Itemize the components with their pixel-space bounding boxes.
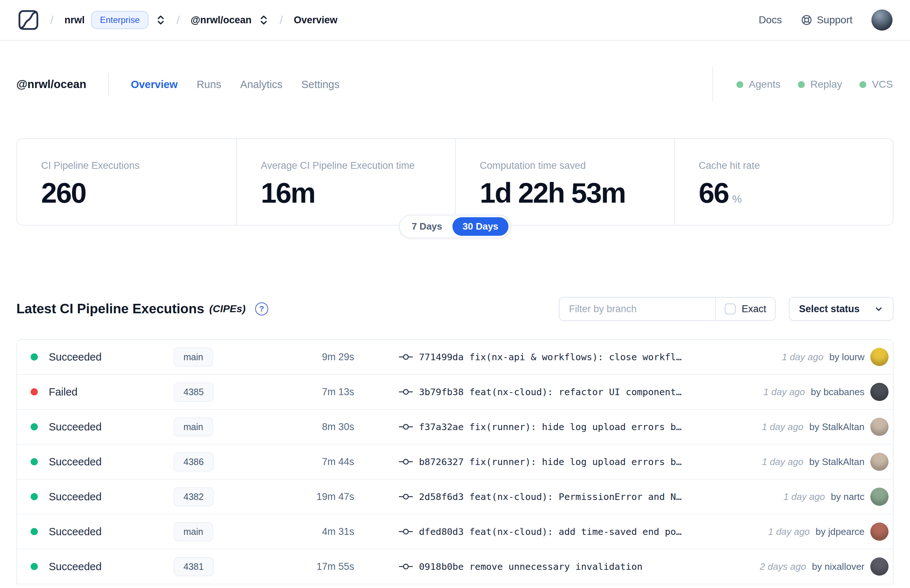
branch-filter-input[interactable] <box>559 298 715 320</box>
status-label: Succeeded <box>49 456 102 468</box>
branch-cell: main <box>174 522 283 541</box>
commit-cell: 771499da fix(nx-api & workflows): close … <box>354 352 774 362</box>
status-select-label: Select status <box>799 304 860 315</box>
branch-badge: main <box>174 417 213 437</box>
duration: 4m 31s <box>283 526 354 538</box>
author-avatar <box>870 452 889 471</box>
status-select-dropdown[interactable]: Select status <box>789 297 894 321</box>
stat-value: 66% <box>699 176 879 210</box>
green-status-dot <box>736 81 743 88</box>
tab-settings[interactable]: Settings <box>301 79 339 90</box>
docs-link[interactable]: Docs <box>758 14 782 26</box>
time-ago: 1 day ago <box>763 386 805 398</box>
breadcrumb-org[interactable]: nrwl <box>65 15 85 26</box>
help-icon[interactable]: ? <box>255 302 268 315</box>
tab-analytics[interactable]: Analytics <box>240 79 283 90</box>
main-content: @nrwl/ocean Overview Runs Analytics Sett… <box>0 68 910 584</box>
git-commit-icon <box>399 562 413 571</box>
green-status-dot <box>860 81 866 88</box>
branch-badge: main <box>174 347 213 367</box>
status-cell: Succeeded <box>28 351 174 363</box>
stat-label: Computation time saved <box>480 160 659 171</box>
support-link[interactable]: Support <box>801 14 852 26</box>
indicator-agents[interactable]: Agents <box>736 79 781 90</box>
cipe-row[interactable]: Succeeded main 4m 31s dfed80d3 feat(nx-c… <box>17 515 893 549</box>
status-dot <box>31 563 38 570</box>
breadcrumb-page[interactable]: Overview <box>294 15 338 26</box>
branch-cell: 4381 <box>174 557 283 577</box>
status-cell: Failed <box>28 386 174 398</box>
git-commit-icon <box>399 527 413 536</box>
user-avatar[interactable] <box>871 10 892 31</box>
breadcrumb-workspace[interactable]: @nrwl/ocean <box>191 15 252 26</box>
nx-cloud-logo[interactable] <box>18 9 39 31</box>
author-avatar <box>870 348 889 366</box>
duration: 7m 13s <box>283 386 354 398</box>
duration: 9m 29s <box>283 352 354 363</box>
commit-cell: 2d58f6d3 feat(nx-cloud): PermissionError… <box>354 491 776 502</box>
cipe-row[interactable]: Succeeded main 9m 29s 771499da fix(nx-ap… <box>17 340 893 375</box>
exact-filter: Exact <box>716 298 775 320</box>
duration: 17m 55s <box>283 561 354 572</box>
commit-cell: 3b79fb38 feat(nx-cloud): refactor UI com… <box>354 386 756 397</box>
stat-cache-hit-rate: Cache hit rate 66% <box>674 139 893 225</box>
cipe-row[interactable]: Succeeded 4381 17m 55s 0918b0be remove u… <box>17 549 893 584</box>
tab-overview[interactable]: Overview <box>131 79 178 90</box>
section-title: Latest CI Pipeline Executions <box>16 301 204 317</box>
toggle-30-days[interactable]: 30 Days <box>453 217 509 236</box>
branch-cell: 4385 <box>174 383 283 402</box>
author: by lourw <box>829 352 865 363</box>
topbar-actions: Docs Support <box>758 10 892 31</box>
status-dot <box>31 388 38 396</box>
time-ago: 1 day ago <box>783 491 825 502</box>
chevron-updown-icon <box>259 14 268 26</box>
filter-controls: Exact Select status <box>559 297 894 321</box>
org-switcher-button[interactable] <box>156 14 166 26</box>
stats-cards: CI Pipeline Executions 260 Average CI Pi… <box>16 138 894 226</box>
indicator-replay[interactable]: Replay <box>798 79 842 90</box>
duration: 7m 44s <box>283 456 354 468</box>
divider <box>712 67 713 102</box>
cipe-row[interactable]: Succeeded main 8m 30s f37a32ae fix(runne… <box>17 410 893 445</box>
branch-filter-group: Exact <box>559 297 776 321</box>
indicator-vcs[interactable]: VCS <box>860 79 893 90</box>
cipe-row[interactable]: Failed 4385 7m 13s 3b79fb38 feat(nx-clou… <box>17 375 893 410</box>
status-label: Succeeded <box>49 526 102 538</box>
commit-cell: f37a32ae fix(runner): hide log upload er… <box>354 422 755 432</box>
author: by bcabanes <box>811 386 865 398</box>
status-label: Succeeded <box>49 561 102 573</box>
branch-badge: main <box>174 522 213 541</box>
exact-checkbox[interactable] <box>725 304 735 314</box>
breadcrumb-separator: / <box>176 13 180 27</box>
workspace-tabs: Overview Runs Analytics Settings <box>131 79 339 90</box>
branch-badge: 4382 <box>174 487 214 507</box>
workspace-switcher-button[interactable] <box>259 14 268 26</box>
author-avatar <box>870 383 889 401</box>
commit-cell: dfed80d3 feat(nx-cloud): add time-saved … <box>354 526 761 537</box>
branch-badge: 4381 <box>174 557 214 577</box>
duration: 8m 30s <box>283 422 354 433</box>
nx-cloud-logo-icon <box>18 9 39 31</box>
commit-message: dfed80d3 feat(nx-cloud): add time-saved … <box>419 526 682 537</box>
workspace-title: @nrwl/ocean <box>16 78 86 91</box>
author-avatar <box>870 488 889 506</box>
top-bar: / nrwl Enterprise / @nrwl/ocean / Overvi… <box>0 0 910 41</box>
git-commit-icon <box>399 422 413 431</box>
status-dot <box>31 353 38 360</box>
status-indicators: Agents Replay VCS <box>712 67 894 102</box>
stat-average-execution-time: Average CI Pipeline Execution time 16m <box>236 139 455 225</box>
status-dot <box>31 458 38 465</box>
meta-cell: 1 day ago by StalkAltan <box>755 418 889 436</box>
author-avatar <box>870 522 889 541</box>
tab-runs[interactable]: Runs <box>197 79 221 90</box>
cipe-section-header: Latest CI Pipeline Executions (CIPEs) ? … <box>16 297 894 321</box>
status-cell: Succeeded <box>28 561 174 573</box>
status-label: Succeeded <box>49 351 102 363</box>
meta-cell: 1 day ago by nartc <box>776 488 889 506</box>
chevron-down-icon <box>874 304 883 313</box>
toggle-7-days[interactable]: 7 Days <box>401 217 453 236</box>
time-ago: 1 day ago <box>762 456 803 468</box>
percent-unit: % <box>732 193 742 205</box>
cipe-row[interactable]: Succeeded 4382 19m 47s 2d58f6d3 feat(nx-… <box>17 480 893 515</box>
cipe-row[interactable]: Succeeded 4386 7m 44s b8726327 fix(runne… <box>17 445 893 480</box>
